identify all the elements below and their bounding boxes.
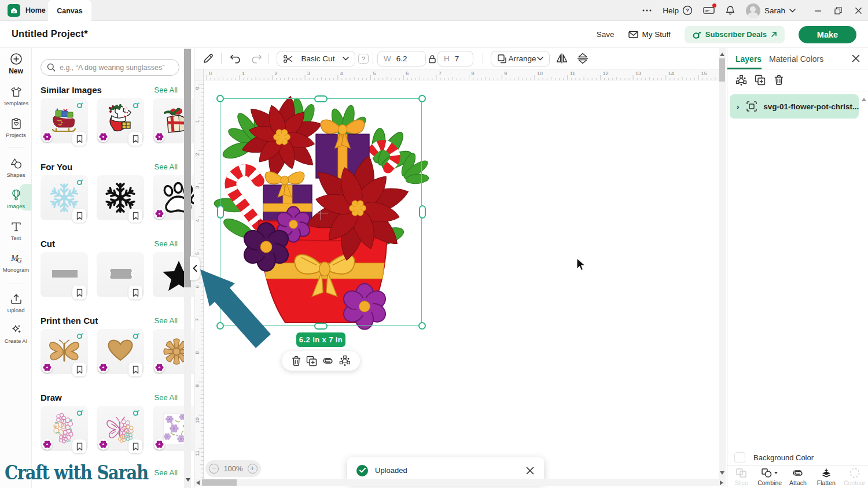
canvas-hscroll-left-icon[interactable]: [196, 480, 200, 485]
see-all-link-footer[interactable]: See All: [155, 468, 178, 477]
undo-icon[interactable]: [229, 53, 242, 64]
bell-icon[interactable]: [725, 5, 735, 16]
zoom-out-button[interactable]: −: [209, 464, 219, 474]
duplicate-icon[interactable]: [306, 356, 317, 367]
delete-icon[interactable]: [291, 356, 301, 367]
layers-scroll-up-icon[interactable]: [862, 98, 866, 101]
image-thumbnail-heart-tan[interactable]: [97, 329, 144, 374]
selection-handle-top-right[interactable]: [418, 95, 426, 102]
trash-icon[interactable]: [774, 75, 784, 86]
canvas-vscroll-track[interactable]: [719, 48, 726, 479]
image-thumbnail-butterfly-tan[interactable]: [41, 329, 88, 374]
bookmark-icon[interactable]: [72, 209, 86, 223]
tab-layers[interactable]: Layers: [735, 54, 762, 64]
selection-handle-top-left[interactable]: [216, 95, 224, 102]
layer-expand-chevron[interactable]: ›: [737, 102, 739, 111]
see-all-link[interactable]: See All: [155, 86, 178, 94]
see-all-link[interactable]: See All: [155, 393, 178, 402]
overflow-menu-icon[interactable]: [642, 5, 652, 16]
tool-attach[interactable]: Attach: [784, 466, 812, 488]
see-all-link[interactable]: See All: [155, 162, 178, 171]
svg-text:12: 12: [602, 71, 608, 76]
canvas-hscroll-thumb[interactable]: [202, 479, 237, 486]
user-menu[interactable]: Sarah: [746, 3, 796, 18]
sidebar-item-templates[interactable]: Templates: [0, 85, 32, 106]
payment-card-icon[interactable]: [703, 6, 715, 15]
bookmark-icon[interactable]: [128, 286, 142, 300]
operation-type-select[interactable]: Basic Cut: [277, 51, 355, 66]
edit-pencil-icon[interactable]: [203, 53, 214, 64]
bookmark-icon[interactable]: [72, 439, 86, 453]
bookmark-icon[interactable]: [72, 132, 86, 146]
canvas-hscroll-right-icon[interactable]: [720, 480, 723, 485]
image-thumbnail-floral-spray[interactable]: [41, 406, 88, 451]
help-button[interactable]: Help ?: [663, 5, 693, 16]
tool-flatten[interactable]: Flatten: [812, 466, 840, 488]
see-all-link[interactable]: See All: [155, 316, 178, 325]
image-thumbnail-butterfly-floral[interactable]: [97, 406, 144, 451]
image-thumbnail-rect-ticket[interactable]: [97, 252, 144, 297]
image-thumbnail-stocking[interactable]: [97, 98, 144, 143]
flip-horizontal-icon[interactable]: [556, 53, 568, 64]
home-nav[interactable]: Home: [8, 4, 46, 17]
bookmark-icon[interactable]: [128, 439, 142, 453]
duplicate-icon[interactable]: [755, 75, 766, 86]
image-thumbnail-sleigh[interactable]: [41, 98, 88, 143]
arrange-select[interactable]: Arrange: [491, 51, 550, 66]
lock-icon[interactable]: [428, 54, 436, 64]
close-button[interactable]: [855, 7, 862, 14]
selection-handle-right[interactable]: [419, 205, 426, 219]
subscriber-deals-button[interactable]: Subscriber Deals: [685, 26, 785, 43]
flip-vertical-icon[interactable]: [576, 53, 589, 64]
sidebar-item-new[interactable]: New: [0, 52, 32, 75]
selection-handle-top[interactable]: [314, 95, 328, 102]
weld-icon[interactable]: [339, 355, 351, 367]
make-button[interactable]: Make: [799, 26, 856, 43]
color-sync-icon[interactable]: [735, 75, 747, 86]
sidebar-item-upload[interactable]: Upload: [0, 292, 32, 313]
tab-canvas[interactable]: Canvas: [48, 0, 91, 21]
bookmark-icon[interactable]: [72, 363, 86, 376]
sidebar-item-shapes[interactable]: Shapes: [0, 157, 32, 178]
bookmark-icon[interactable]: [128, 132, 142, 146]
panel-close-icon[interactable]: [851, 54, 860, 63]
image-thumbnail-snowflake-black[interactable]: [97, 175, 144, 220]
sidebar-item-monogram[interactable]: MGMonogram: [0, 252, 32, 273]
bookmark-icon[interactable]: [128, 363, 142, 376]
image-thumbnail-snowflake-blue[interactable]: [41, 175, 88, 220]
selection-handle-left[interactable]: [217, 205, 224, 219]
toast-close-icon[interactable]: [525, 466, 535, 475]
bookmark-icon[interactable]: [128, 209, 142, 223]
canvas-vscroll-down-icon[interactable]: [720, 471, 724, 475]
sidebar-item-create-ai[interactable]: Create AI: [0, 323, 32, 344]
see-all-link[interactable]: See All: [155, 239, 178, 248]
restore-button[interactable]: [834, 7, 842, 14]
attach-icon[interactable]: [322, 357, 334, 365]
operation-help-button[interactable]: ?: [358, 54, 369, 64]
image-thumbnail-rect-plain[interactable]: [41, 252, 88, 297]
sidebar-item-text[interactable]: Text: [0, 220, 32, 241]
sidebar-item-projects[interactable]: Projects: [0, 117, 32, 138]
selection-handle-bottom-right[interactable]: [418, 322, 426, 330]
panel-scrollbar-thumb[interactable]: [184, 49, 191, 287]
zoom-in-button[interactable]: +: [248, 464, 258, 474]
image-search-input[interactable]: e.g., “A dog wearing sunglasses”: [41, 59, 179, 76]
canvas-vscroll-up-icon[interactable]: [720, 53, 724, 56]
canvas-vscroll-thumb[interactable]: [719, 58, 725, 82]
bookmark-icon[interactable]: [72, 286, 86, 300]
tab-material-colors[interactable]: Material Colors: [769, 54, 823, 64]
tool-combine[interactable]: Combine: [756, 466, 784, 488]
minimize-button[interactable]: [814, 7, 822, 14]
width-input[interactable]: W 6.2: [377, 51, 426, 66]
canvas-hscroll-track[interactable]: [194, 479, 726, 486]
save-button[interactable]: Save: [597, 30, 615, 39]
selection-handle-bottom[interactable]: [314, 323, 328, 330]
zoom-control: − 100% +: [205, 460, 261, 477]
my-stuff-button[interactable]: My Stuff: [628, 30, 671, 39]
layer-item[interactable]: › svg-01-flower-pot-christ...: [730, 94, 859, 119]
background-color-swatch[interactable]: [734, 452, 745, 463]
height-input[interactable]: H 7: [437, 51, 473, 66]
panel-scroll-down-icon[interactable]: [186, 478, 190, 482]
sidebar-item-images[interactable]: Images: [0, 188, 32, 209]
redo-icon[interactable]: [250, 53, 263, 64]
